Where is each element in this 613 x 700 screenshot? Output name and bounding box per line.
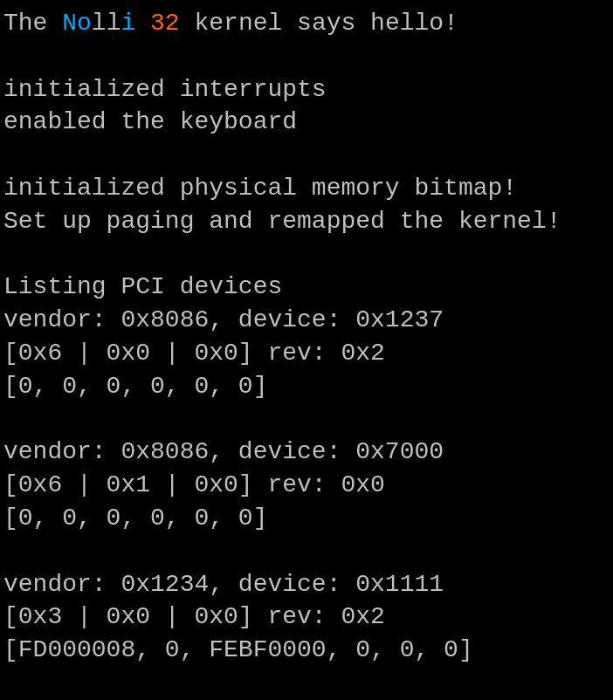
terminal-text: [0x6 | 0x0 | 0x0] rev: 0x2 [3,340,385,367]
terminal-text: initialized physical memory bitmap! [3,175,517,202]
terminal-line: [0, 0, 0, 0, 0, 0] [3,370,610,403]
terminal-line: [0x6 | 0x1 | 0x0] rev: 0x0 [3,469,610,502]
blank-line [3,40,610,73]
terminal-line: initialized physical memory bitmap! [3,172,610,205]
terminal-line: [0x6 | 0x0 | 0x0] rev: 0x2 [3,337,610,370]
terminal-text: i [121,10,135,37]
terminal-line: [0x3 | 0x0 | 0x0] rev: 0x2 [3,600,610,634]
terminal-line: vendor: 0x8086, device: 0x1237 [3,304,610,337]
terminal-text: initialized interrupts [3,76,327,103]
blank-line [3,403,610,436]
terminal-output: The Nolli 32 kernel says hello!initializ… [3,7,610,700]
terminal-text: [0, 0, 0, 0, 0, 0] [3,373,267,400]
terminal-text: [0x3 | 0x0 | 0x0] rev: 0x2 [3,603,385,630]
terminal-text: 32 [150,10,180,37]
terminal-line: [FD000008, 0, FEBF0000, 0, 0, 0] [3,634,610,667]
terminal-line: initialized interrupts [3,73,610,106]
terminal-text: kernel says hello! [180,10,458,37]
terminal-line: Listing PCI devices [3,271,610,304]
terminal-line: vendor: 0x1234, device: 0x1111 [3,568,610,601]
terminal-text: No [62,10,92,37]
terminal-text: The [3,10,62,37]
terminal-line: Set up paging and remapped the kernel! [3,205,610,238]
terminal-text [135,10,150,37]
terminal-text: [0x6 | 0x1 | 0x0] rev: 0x0 [3,471,385,498]
terminal-line: vendor: 0x8086, device: 0x7000 [3,436,610,469]
blank-line [3,238,610,271]
terminal-text: vendor: 0x1234, device: 0x1111 [3,571,444,598]
blank-line [3,535,610,568]
terminal-text: [0, 0, 0, 0, 0, 0] [3,504,267,532]
terminal-text: ll [92,10,121,37]
terminal-text: vendor: 0x8086, device: 0x1237 [3,306,444,333]
terminal-text: [FD000008, 0, FEBF0000, 0, 0, 0] [3,636,473,663]
terminal-text: enabled the keyboard [3,108,297,135]
terminal-text: Set up paging and remapped the kernel! [3,208,561,235]
terminal-text: Listing PCI devices [3,273,282,300]
blank-line [3,667,610,700]
terminal-line: [0, 0, 0, 0, 0, 0] [3,502,610,535]
terminal-text: vendor: 0x8086, device: 0x7000 [3,438,444,465]
terminal-line: The Nolli 32 kernel says hello! [3,7,610,40]
terminal-line: enabled the keyboard [3,106,610,139]
blank-line [3,139,610,172]
